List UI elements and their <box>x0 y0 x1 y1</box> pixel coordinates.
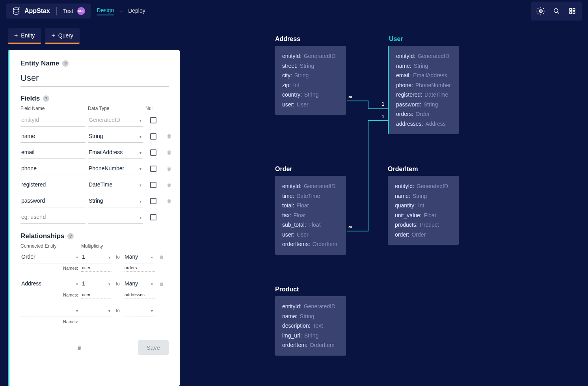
entity-user[interactable]: User entityId: GeneratedIDname: Stringem… <box>388 46 459 134</box>
cardinality-inf: ∞ <box>348 94 352 100</box>
relationships-label: Relationships <box>20 232 64 240</box>
tab-design[interactable]: Design <box>97 7 114 15</box>
entity-name-input[interactable] <box>20 71 169 87</box>
entity-field: description: Text <box>282 321 339 331</box>
rel-left-name[interactable] <box>81 264 112 272</box>
delete-rel-button[interactable] <box>158 254 165 261</box>
entity-product[interactable]: Product entityId: GeneratedIDname: Strin… <box>275 296 346 356</box>
null-checkbox[interactable] <box>150 149 156 156</box>
delete-field-button[interactable] <box>166 198 173 205</box>
add-entity-button[interactable]: + Entity <box>8 28 41 44</box>
rel-right-mult[interactable] <box>124 250 154 263</box>
entity-field: name: String <box>396 61 452 71</box>
rel-right-name[interactable] <box>124 264 154 272</box>
col-field-name: Field Name <box>20 106 86 111</box>
help-icon[interactable]: ? <box>62 60 69 67</box>
field-type-select[interactable] <box>88 162 143 175</box>
entity-title: Address <box>275 35 300 43</box>
rel-right-mult[interactable] <box>124 277 154 290</box>
delete-rel-button[interactable] <box>158 280 165 287</box>
main: + Entity + Query Entity Name ? Fields ? <box>0 22 588 386</box>
api-settings-icon[interactable]: API <box>533 3 549 19</box>
relationship-names: Names: <box>20 264 169 272</box>
rel-left-mult[interactable] <box>81 250 112 263</box>
entity-field: password: String <box>396 100 452 110</box>
null-checkbox[interactable] <box>150 182 156 188</box>
rel-left-mult[interactable] <box>81 277 112 290</box>
null-checkbox[interactable] <box>150 214 156 220</box>
delete-field-button[interactable] <box>166 165 173 172</box>
fields-container <box>20 114 169 224</box>
rel-right-name[interactable] <box>124 318 154 325</box>
logo-icon <box>12 7 20 15</box>
entity-field: sub_total: Float <box>282 220 339 230</box>
null-checkbox[interactable] <box>150 166 156 172</box>
entity-orderitem[interactable]: OrderItem entityId: GeneratedIDname: Str… <box>388 176 459 245</box>
rel-left-name[interactable] <box>81 291 112 298</box>
field-name-input[interactable] <box>20 211 86 224</box>
topbar-right: API <box>531 2 582 21</box>
rel-left-mult[interactable] <box>81 304 112 317</box>
entity-field: name: String <box>282 311 339 321</box>
entity-field: orders: Order <box>396 109 452 119</box>
entity-field: city: String <box>282 71 339 80</box>
tab-deploy[interactable]: Deploy <box>128 7 145 15</box>
field-name-input[interactable] <box>20 146 86 159</box>
entity-order[interactable]: Order entityId: GeneratedIDtime: DateTim… <box>275 176 346 255</box>
delete-field-button[interactable] <box>166 181 173 188</box>
null-checkbox[interactable] <box>150 198 156 204</box>
field-name-input[interactable] <box>20 178 86 191</box>
rel-left-name[interactable] <box>81 318 112 325</box>
null-checkbox[interactable] <box>150 117 156 123</box>
field-type-select[interactable] <box>88 114 143 127</box>
relationship-row: to <box>20 250 169 263</box>
entity-address[interactable]: Address entityId: GeneratedIDstreet: Str… <box>275 46 346 115</box>
field-name-input[interactable] <box>20 194 86 207</box>
field-name-input[interactable] <box>20 130 86 143</box>
entity-field: email: EmailAddress <box>396 71 452 80</box>
field-row <box>20 162 169 175</box>
plus-icon: + <box>51 32 55 39</box>
canvas[interactable]: ∞ 1 ∞ 1 Address entityId: GeneratedIDstr… <box>180 22 588 386</box>
svg-rect-6 <box>569 12 571 14</box>
field-type-select[interactable] <box>88 178 143 191</box>
delete-entity-button[interactable] <box>76 344 83 351</box>
field-name-input[interactable] <box>20 162 86 175</box>
brand-box[interactable]: AppStax Test MA <box>6 4 91 19</box>
field-type-select[interactable] <box>88 211 143 224</box>
project-name: Test <box>63 8 73 14</box>
rel-entity-select[interactable] <box>20 277 80 290</box>
rel-entity-select[interactable] <box>20 250 80 263</box>
rel-right-mult[interactable] <box>124 304 154 317</box>
entity-title: Order <box>275 166 292 173</box>
col-null: Null <box>145 106 161 111</box>
entity-body: entityId: GeneratedIDname: Stringdescrip… <box>275 296 346 356</box>
field-type-select[interactable] <box>88 194 143 207</box>
null-checkbox[interactable] <box>150 133 156 140</box>
search-icon[interactable] <box>549 3 564 19</box>
delete-field-button[interactable] <box>166 149 173 156</box>
entity-name-section: Entity Name ? <box>20 60 169 67</box>
rels-container: toNames:toNames:toNames: <box>20 250 169 325</box>
to-label: to <box>114 308 122 313</box>
save-button[interactable]: Save <box>138 340 169 355</box>
help-icon[interactable]: ? <box>43 95 49 102</box>
add-query-button[interactable]: + Query <box>45 28 79 44</box>
delete-field-button[interactable] <box>166 133 173 140</box>
add-query-label: Query <box>58 32 73 39</box>
avatar[interactable]: MA <box>77 7 85 15</box>
entity-field: phone: PhoneNumber <box>396 80 452 90</box>
apps-grid-icon[interactable] <box>564 3 580 19</box>
relationships-section: Relationships ? Connected Entity Multipl… <box>20 232 169 325</box>
field-type-select[interactable] <box>88 130 143 143</box>
rel-right-name[interactable] <box>124 291 154 298</box>
help-icon[interactable]: ? <box>67 233 74 239</box>
relationship-names: Names: <box>20 291 169 298</box>
brand-name: AppStax <box>24 7 50 15</box>
svg-text:API: API <box>539 9 543 12</box>
rel-entity-select[interactable] <box>20 304 80 317</box>
field-type-select[interactable] <box>88 146 143 159</box>
field-name-input[interactable] <box>20 114 86 127</box>
field-row-empty <box>20 211 169 224</box>
editor-scroll[interactable]: Entity Name ? Fields ? Field Name Data T… <box>9 50 180 386</box>
